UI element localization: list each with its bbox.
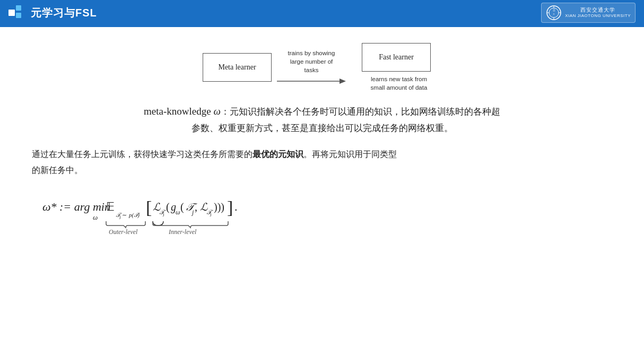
- meta-knowledge-text1: ：元知识指解决各个任务时可以通用的知识，比如网络训练时的各种超: [221, 107, 500, 117]
- svg-text:]: ]: [227, 197, 233, 217]
- omega-symbol: ω: [213, 106, 220, 117]
- arrow-label: trains by showing large number of tasks: [288, 49, 335, 74]
- fast-learner-label: Fast learner: [379, 53, 414, 61]
- arrow-icon: [277, 76, 346, 86]
- paragraph-text3: 的新任务中。: [32, 166, 83, 175]
- paragraph-text2: 。再将元知识用于同类型: [303, 150, 397, 159]
- formula-section: ω* := arg min ω 𝔼 𝒯 j ∼ p(𝒯) [ ℒ 𝒯 j ( g…: [32, 185, 612, 246]
- svg-text:.: .: [234, 200, 238, 213]
- meta-learner-label: Meta learner: [218, 63, 256, 71]
- svg-rect-0: [8, 10, 15, 16]
- university-name: 西安交通大学 XIAN JIAOTONG UNIVERSITY: [565, 6, 631, 19]
- svg-text:j: j: [119, 214, 121, 219]
- paragraph-text1: 通过在大量任务上元训练，获得快速学习这类任务所需要的: [32, 150, 253, 159]
- svg-text:ω: ω: [176, 209, 180, 216]
- main-content: Meta learner trains by showing large num…: [0, 27, 644, 364]
- svg-text:∼: ∼: [122, 212, 127, 218]
- svg-text:Outer-level: Outer-level: [109, 228, 138, 236]
- header-bar: 元学习与FSL 交 大 西安交通大学 XIAN JIAOTONG UNIVERS…: [0, 0, 644, 25]
- meta-knowledge-line1: meta-knowledge ω：元知识指解决各个任务时可以通用的知识，比如网络…: [32, 102, 612, 120]
- svg-text:𝔼: 𝔼: [106, 200, 115, 213]
- fast-learner-column: Fast learner learns new task from small …: [351, 43, 441, 92]
- svg-text:(: (: [180, 201, 184, 213]
- diagram-container: Meta learner trains by showing large num…: [203, 43, 441, 92]
- arrow-section: trains by showing large number of tasks: [272, 49, 351, 86]
- svg-text:j: j: [210, 211, 212, 216]
- svg-text:Inner-level: Inner-level: [168, 228, 197, 236]
- meta-learning-logo-icon: [8, 5, 25, 20]
- svg-text:p(𝒯): p(𝒯): [128, 212, 141, 219]
- svg-text:,: ,: [195, 201, 197, 213]
- svg-text:交: 交: [553, 8, 555, 12]
- svg-text:j: j: [162, 211, 164, 216]
- svg-text:ω* := arg min: ω* := arg min: [42, 200, 110, 213]
- paragraph-section: 通过在大量任务上元训练，获得快速学习这类任务所需要的最优的元知识。再将元知识用于…: [32, 146, 612, 179]
- below-fast-learner-text: learns new task from small amount of dat…: [356, 75, 441, 92]
- header-right: 交 大 西安交通大学 XIAN JIAOTONG UNIVERSITY: [541, 3, 636, 23]
- svg-text:ω: ω: [93, 213, 98, 221]
- svg-text:[: [: [146, 197, 152, 217]
- university-emblem-icon: 交 大: [546, 5, 562, 21]
- header-left: 元学习与FSL: [8, 5, 97, 20]
- fast-learner-box: Fast learner: [362, 43, 431, 72]
- svg-marker-12: [340, 79, 346, 84]
- meta-knowledge-term: meta-knowledge: [144, 106, 213, 117]
- meta-knowledge-section: meta-knowledge ω：元知识指解决各个任务时可以通用的知识，比如网络…: [32, 102, 612, 137]
- meta-learner-box: Meta learner: [203, 53, 272, 82]
- page-title: 元学习与FSL: [31, 6, 97, 20]
- paragraph-bold: 最优的元知识: [253, 150, 303, 159]
- svg-rect-1: [16, 5, 21, 11]
- meta-knowledge-line2: 参数、权重更新方式，甚至是直接给出可以完成任务的网络权重。: [32, 120, 612, 137]
- university-badge: 交 大 西安交通大学 XIAN JIAOTONG UNIVERSITY: [541, 3, 636, 23]
- diagram-section: Meta learner trains by showing large num…: [32, 43, 612, 92]
- svg-text:))): ))): [214, 201, 224, 213]
- svg-text:(: (: [166, 201, 170, 213]
- formula-svg: ω* := arg min ω 𝔼 𝒯 j ∼ p(𝒯) [ ℒ 𝒯 j ( g…: [37, 185, 334, 244]
- svg-text:大: 大: [553, 13, 555, 15]
- svg-rect-2: [16, 13, 21, 18]
